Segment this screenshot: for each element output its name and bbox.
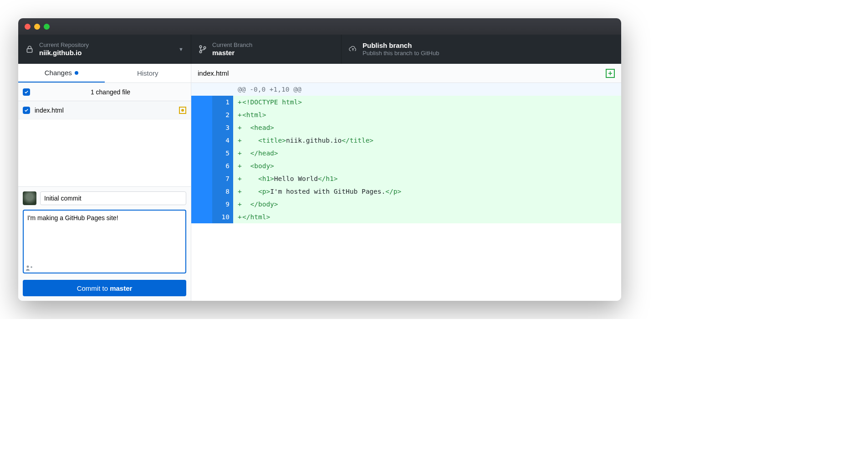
svg-point-2 <box>199 51 202 53</box>
expand-diff-button[interactable]: + <box>606 69 615 78</box>
commit-button[interactable]: Commit to master <box>23 280 186 296</box>
file-name: index.html <box>35 107 64 114</box>
maximize-window-button[interactable] <box>44 24 50 30</box>
files-count-label: 1 changed file <box>35 88 186 96</box>
commit-button-prefix: Commit to <box>77 284 110 292</box>
app-window: Current Repository niik.github.io ▼ Curr… <box>18 18 621 301</box>
git-branch-icon <box>199 45 207 53</box>
svg-point-3 <box>204 46 206 49</box>
commit-summary-input[interactable] <box>40 191 186 205</box>
toolbar: Current Repository niik.github.io ▼ Curr… <box>18 35 621 64</box>
cloud-upload-icon <box>349 45 357 53</box>
svg-point-4 <box>27 266 29 268</box>
file-status-modified-icon <box>179 107 186 114</box>
diff-line-added: 7+ <h1>Hello World</h1> <box>191 172 621 185</box>
diff-line-added: 6+ <body> <box>191 160 621 172</box>
diff-line-added: 3+ <head> <box>191 121 621 134</box>
commit-button-branch: master <box>110 284 132 292</box>
tab-changes-label: Changes <box>45 69 72 77</box>
close-window-button[interactable] <box>25 24 31 30</box>
chevron-down-icon: ▼ <box>179 46 184 52</box>
sidebar-tabs: Changes History <box>18 64 191 83</box>
svg-point-1 <box>199 46 202 48</box>
tab-history-label: History <box>137 69 158 77</box>
tab-changes[interactable]: Changes <box>18 64 105 82</box>
repo-selector[interactable]: Current Repository niik.github.io ▼ <box>18 35 191 64</box>
avatar <box>23 191 36 205</box>
minimize-window-button[interactable] <box>34 24 40 30</box>
branch-value: master <box>212 49 252 57</box>
diff-line-added: 10+</html> <box>191 211 621 223</box>
sidebar: Changes History 1 changed file index.htm… <box>18 64 191 301</box>
file-row[interactable]: index.html <box>18 101 191 119</box>
files-list: index.html <box>18 101 191 186</box>
diff-hunk-header: @@ -0,0 +1,10 @@ <box>191 83 621 96</box>
diff-view[interactable]: @@ -0,0 +1,10 @@1+<!DOCTYPE html>2+<html… <box>191 83 621 301</box>
file-checkbox[interactable] <box>23 107 30 114</box>
diff-line-added: 1+<!DOCTYPE html> <box>191 96 621 108</box>
add-coauthor-icon[interactable] <box>26 265 33 273</box>
titlebar <box>18 18 621 35</box>
tab-history[interactable]: History <box>105 64 191 82</box>
repo-value: niik.github.io <box>39 49 89 57</box>
diff-file-header: index.html + <box>191 64 621 83</box>
publish-label: Publish branch <box>363 41 439 50</box>
select-all-checkbox[interactable] <box>23 88 30 96</box>
publish-branch-button[interactable]: Publish branch Publish this branch to Gi… <box>342 35 621 64</box>
diff-line-added: 5+ </head> <box>191 147 621 160</box>
repo-label: Current Repository <box>39 41 89 49</box>
diff-line-added: 4+ <title>niik.github.io</title> <box>191 134 621 147</box>
body: Changes History 1 changed file index.htm… <box>18 64 621 301</box>
svg-rect-0 <box>27 49 32 52</box>
files-header: 1 changed file <box>18 83 191 101</box>
diff-panel: index.html + @@ -0,0 +1,10 @@1+<!DOCTYPE… <box>191 64 621 301</box>
publish-sublabel: Publish this branch to GitHub <box>363 50 439 57</box>
diff-line-added: 2+<html> <box>191 108 621 121</box>
diff-line-added: 9+ </body> <box>191 198 621 211</box>
branch-selector[interactable]: Current Branch master <box>191 35 342 64</box>
diff-file-name: index.html <box>198 69 229 77</box>
changes-indicator-dot <box>75 71 78 75</box>
lock-icon <box>26 45 34 53</box>
branch-label: Current Branch <box>212 41 252 49</box>
diff-line-added: 8+ <p>I'm hosted with GitHub Pages.</p> <box>191 185 621 198</box>
commit-description-input[interactable] <box>23 210 186 273</box>
commit-form: Commit to master <box>18 186 191 301</box>
